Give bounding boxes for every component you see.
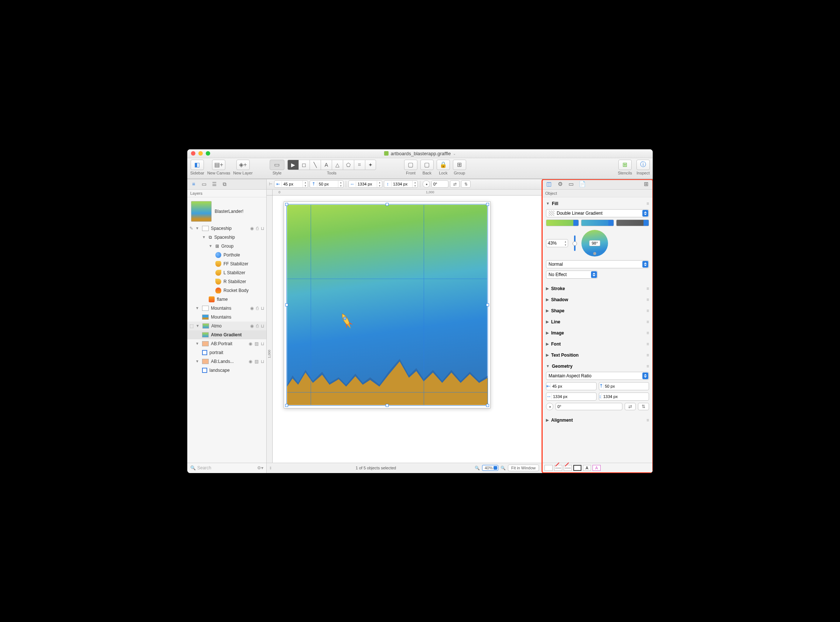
section-header[interactable]: ▶Stroke≡ [545, 285, 650, 293]
section-header[interactable]: ▶Line≡ [545, 318, 650, 326]
canvas-viewport[interactable]: 01,000 1,000 [267, 190, 542, 463]
disclosure-icon[interactable]: ▶ [546, 287, 549, 291]
disclosure-icon[interactable]: ▼ [195, 225, 199, 232]
disclosure-icon[interactable]: ▶ [546, 309, 549, 313]
new-canvas-button[interactable]: ▤+ [212, 160, 225, 170]
h-field[interactable]: ↕▴▾ [384, 180, 418, 188]
lock-icon[interactable]: ⊔ [261, 340, 264, 347]
geo-x-field[interactable]: ⇤▴▾ [546, 382, 597, 390]
lock-icon[interactable]: ⊔ [261, 305, 264, 311]
gradient-stop-1[interactable] [546, 220, 579, 226]
inspect-button[interactable]: ⓘ [636, 160, 650, 170]
geo-y-field[interactable]: ⤒▴▾ [599, 382, 650, 390]
zoom-icon[interactable] [206, 151, 210, 156]
new-layer-button[interactable]: ◈+ [236, 160, 250, 170]
artboard-icon[interactable]: ▨ [254, 358, 259, 365]
point-tool[interactable]: ⬠ [343, 160, 354, 170]
columns-icon[interactable]: ⦀ [270, 466, 277, 471]
disclosure-icon[interactable]: ▼ [196, 323, 199, 329]
rotation-dial[interactable] [423, 180, 430, 188]
disclosure-icon[interactable]: ▶ [546, 297, 549, 302]
section-header[interactable]: ▶Alignment≡ [545, 416, 650, 424]
visibility-icon[interactable]: ◉ [250, 323, 254, 329]
x-field[interactable]: ⇤▴▾ [274, 180, 308, 188]
style-stroke-swatch[interactable] [554, 465, 562, 471]
shape-tool[interactable]: ◻ [298, 160, 310, 170]
shape-row[interactable]: flame [187, 295, 266, 304]
group-row[interactable]: ▼⧉Spaceship [187, 233, 266, 242]
canvas-item[interactable]: BlasterLander! [187, 199, 266, 224]
disclosure-icon[interactable]: ▼ [195, 340, 199, 347]
stencils-button[interactable]: ⊞ [618, 160, 632, 170]
minimize-icon[interactable] [198, 151, 203, 156]
shape-row[interactable]: portrait [187, 348, 266, 357]
section-header[interactable]: ▶Font≡ [545, 340, 650, 348]
section-menu-icon[interactable]: ≡ [647, 364, 649, 369]
back-button[interactable]: ▢ [420, 160, 434, 170]
shape-row[interactable]: FF Stabilizer [187, 259, 266, 268]
w-field[interactable]: ↔▴▾ [348, 180, 382, 188]
gradient-slider[interactable] [572, 234, 577, 252]
layer-row-ablandscape[interactable]: ▼ AB:Lands... ◉▨⊔ [187, 357, 266, 366]
flip-v-button[interactable]: ⇅ [461, 180, 470, 188]
disclosure-icon[interactable]: ▶ [546, 418, 549, 422]
zoom-out-icon[interactable]: 🔍 [475, 466, 480, 471]
fill-type-select[interactable]: Double Linear Gradient [546, 209, 649, 217]
disclosure-icon[interactable]: ▼ [202, 234, 206, 241]
layers-tab-icon[interactable]: ≡ [190, 181, 197, 188]
pen-tool[interactable]: △ [332, 160, 343, 170]
gear-icon[interactable]: ⚙︎▾ [257, 465, 263, 471]
disclosure-icon[interactable]: ▶ [546, 342, 549, 346]
section-menu-icon[interactable]: ≡ [647, 319, 649, 325]
gradient-midpoint-field[interactable]: 43%▴▾ [546, 239, 568, 247]
shape-row[interactable]: Rocket Body [187, 286, 266, 295]
crop-tool[interactable]: ⌗ [354, 160, 365, 170]
effect-select[interactable]: No Effect [546, 271, 598, 279]
style-shadow-swatch[interactable] [564, 465, 572, 471]
style-fill-swatch[interactable] [545, 465, 552, 471]
shape-row[interactable]: R Stabilizer [187, 277, 266, 286]
geo-w-field[interactable]: ↔▴▾ [546, 392, 597, 401]
disclosure-icon[interactable]: ▼ [195, 358, 199, 365]
geo-y-input[interactable] [604, 384, 650, 389]
gradient-stop-2[interactable] [581, 220, 614, 226]
select-tool[interactable]: ▶ [288, 160, 298, 170]
section-menu-icon[interactable]: ≡ [647, 341, 649, 347]
properties-tab-icon[interactable]: ⚙ [556, 180, 564, 188]
aspect-select[interactable]: Maintain Aspect Ratio [546, 372, 649, 380]
visibility-icon[interactable]: ◉ [250, 305, 254, 311]
visibility-icon[interactable]: ◉ [250, 225, 254, 232]
flip-h-button[interactable]: ⇄ [450, 180, 460, 188]
line-tool[interactable]: ╲ [310, 160, 321, 170]
object-tab-icon[interactable]: ◫ [545, 180, 552, 188]
zoom-in-icon[interactable]: 🔍 [501, 466, 506, 471]
canvas-scroll[interactable] [272, 195, 542, 463]
disclosure-icon[interactable]: ▶ [546, 320, 549, 324]
search-field[interactable]: 🔍Search [190, 465, 254, 471]
group-row[interactable]: ▼⊞Group [187, 242, 266, 251]
sidebar-toggle-button[interactable]: ◧ [190, 160, 204, 170]
artboard-icon[interactable]: ▨ [254, 340, 259, 347]
section-header[interactable]: ▶Shadow≡ [545, 296, 650, 304]
disclosure-icon[interactable]: ▶ [546, 353, 549, 357]
origin-icon[interactable]: ⊢ [269, 182, 272, 187]
selection-tab-icon[interactable]: ⧉ [221, 181, 228, 188]
geo-h-input[interactable] [602, 394, 649, 399]
section-header[interactable]: ▶Shape≡ [545, 307, 650, 315]
geo-x-input[interactable] [551, 384, 597, 389]
rotation-dial[interactable] [546, 403, 553, 410]
visibility-icon[interactable]: ◉ [249, 340, 252, 347]
stamp-tool[interactable]: ✦ [365, 160, 376, 170]
y-input[interactable] [317, 181, 338, 188]
shape-row[interactable]: Mountains [187, 313, 266, 322]
style-text-swatch[interactable]: A [583, 465, 591, 471]
shape-row[interactable]: Porthole [187, 251, 266, 259]
geo-rot-field[interactable] [555, 403, 622, 410]
h-input[interactable] [391, 181, 412, 188]
section-header[interactable]: ▶Image≡ [545, 329, 650, 337]
section-menu-icon[interactable]: ≡ [647, 286, 649, 291]
rot-input[interactable] [432, 181, 447, 188]
disclosure-icon[interactable]: ▶ [546, 331, 549, 335]
artboard[interactable] [284, 201, 490, 409]
print-icon[interactable]: ⎙ [256, 305, 259, 311]
